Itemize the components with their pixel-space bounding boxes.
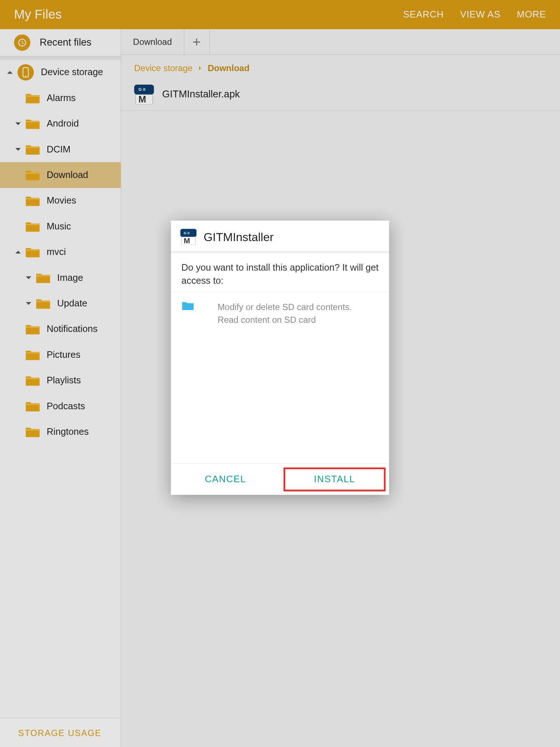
permission-row: Modify or delete SD card contents. Read … [171, 292, 389, 335]
permission-text: Modify or delete SD card contents. Read … [218, 300, 352, 326]
dialog-title: GITMInstaller [203, 231, 273, 244]
spacer [171, 335, 389, 463]
install-button[interactable]: INSTALL [285, 468, 385, 490]
app-icon [180, 229, 197, 245]
storage-permission-icon [182, 300, 194, 313]
permission-line: Read content on SD card [218, 313, 352, 326]
cancel-button[interactable]: CANCEL [176, 468, 276, 490]
modal-overlay: GITMInstaller Do you want to install thi… [0, 0, 560, 747]
permission-line: Modify or delete SD card contents. [218, 300, 352, 313]
dialog-prompt: Do you want to install this application?… [171, 253, 389, 292]
install-dialog: GITMInstaller Do you want to install thi… [171, 221, 389, 495]
dialog-header: GITMInstaller [171, 221, 389, 253]
dialog-footer: CANCEL INSTALL [171, 463, 389, 495]
